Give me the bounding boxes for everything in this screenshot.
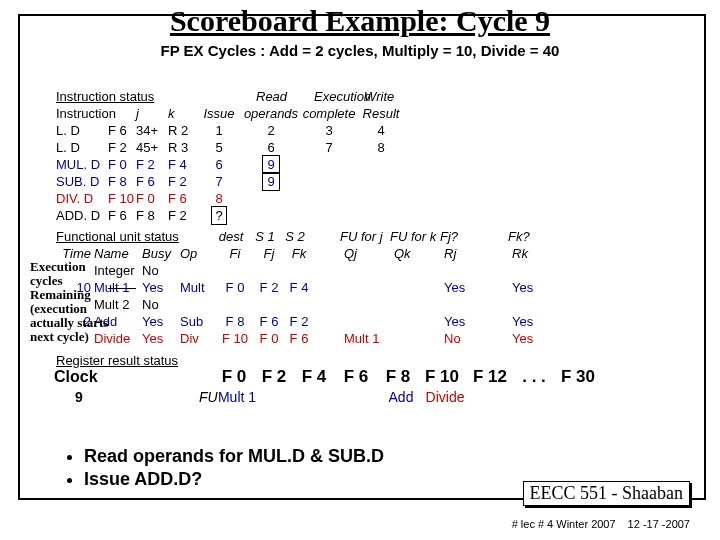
instr-row: ADD. DF 6F 8F 2? [56, 207, 404, 224]
fu-label: FU [199, 389, 217, 406]
bullet-list: Read operands for MUL.D & SUB.D Issue AD… [44, 444, 384, 492]
instr-row: MUL. DF 0F 2F 469 [56, 156, 404, 173]
clock-label: Clock [54, 368, 124, 385]
instr-rows: L. DF 634+R 21234 L. DF 245+R 35678 MUL.… [56, 122, 404, 224]
col-write: Write [364, 88, 394, 105]
arrow-icon [108, 288, 136, 289]
course-footer: EECC 551 - Shaaban [523, 481, 690, 506]
col-read: Read [256, 88, 287, 105]
reg-heading: Register result status [56, 352, 178, 369]
instr-row: L. DF 634+R 21234 [56, 122, 404, 139]
instr-header-row: Instruction j k Issue operands complete … [56, 105, 404, 122]
col-exec: Execution [314, 88, 371, 105]
clock-cycle: 9 [54, 389, 104, 406]
instr-status-heading: Instruction status [56, 88, 154, 105]
execution-note: Execution cycles Remaining (execution ac… [30, 260, 110, 344]
bullet-item: Issue ADD.D? [84, 469, 384, 490]
instr-row: L. DF 245+R 35678 [56, 139, 404, 156]
instr-row: SUB. DF 8F 6F 279 [56, 173, 404, 190]
bullet-item: Read operands for MUL.D & SUB.D [84, 446, 384, 467]
lecture-footer: # lec # 4 Winter 200712 -17 -2007 [500, 518, 690, 530]
reg-table: Clock F 0 F 2 F 4 F 6 F 8 F 10 F 12 . . … [54, 368, 602, 406]
instr-row: DIV. DF 10F 0F 68 [56, 190, 404, 207]
